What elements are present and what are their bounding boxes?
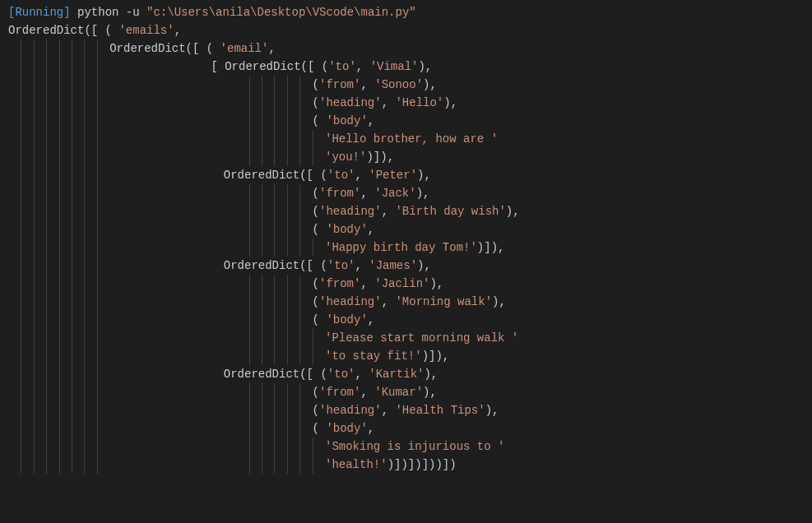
text-segment: ), (418, 60, 432, 73)
line-content: ( 'body', (8, 422, 374, 435)
terminal-line: ('heading', 'Hello'), (8, 94, 804, 112)
text-segment: 'body' (326, 223, 367, 236)
text-segment: ), (424, 368, 438, 381)
line-content: 'to stay fit!')]), (8, 349, 449, 363)
line-content: ( 'body', (8, 223, 374, 236)
terminal-line: ('heading', 'Health Tips'), (8, 401, 804, 419)
text-segment: 'to' (328, 60, 356, 73)
text-segment: , (382, 205, 396, 218)
text-segment: 'you!' (325, 150, 366, 164)
text-segment: OrderedDict([ ( (224, 169, 327, 182)
line-content: ('from', 'Jaclin'), (8, 277, 443, 290)
text-segment: )]), (422, 349, 450, 363)
text-segment: ( (313, 313, 327, 326)
text-segment: 'to' (327, 259, 355, 272)
line-content: ('from', 'Kumar'), (8, 386, 437, 399)
text-segment: [ OrderedDict([ ( (211, 60, 328, 73)
text-segment: ), (423, 386, 437, 399)
line-content: [Running] python -u "c:\Users\anila\Desk… (8, 6, 416, 19)
text-segment: ( (313, 277, 319, 290)
text-segment: ( (313, 78, 319, 91)
text-segment: 'from' (319, 277, 360, 290)
text-segment: , (382, 295, 396, 308)
text-segment (140, 6, 146, 19)
text-segment: ( (313, 205, 319, 218)
text-segment: 'from' (319, 187, 360, 200)
text-segment: [Running] (8, 6, 71, 19)
text-segment: ), (443, 96, 457, 109)
text-segment: 'Kumar' (374, 386, 423, 399)
text-segment: , (368, 223, 374, 236)
text-segment: ( (313, 223, 327, 236)
terminal-line: ('from', 'Kumar'), (8, 383, 804, 401)
text-segment (71, 6, 77, 19)
terminal-line: ('from', 'Sonoo'), (8, 76, 804, 94)
terminal-line: ('from', 'Jack'), (8, 184, 804, 202)
text-segment: , (268, 42, 275, 55)
terminal-output[interactable]: [Running] python -u "c:\Users\anila\Desk… (0, 0, 812, 477)
text-segment: ( (313, 386, 319, 399)
line-content: ('heading', 'Hello'), (8, 96, 457, 109)
text-segment: OrderedDict([ ( (224, 259, 327, 272)
text-segment: , (382, 96, 396, 109)
text-segment: 'heading' (319, 404, 382, 417)
text-segment: , (174, 24, 181, 37)
terminal-line: [ OrderedDict([ ('to', 'Vimal'), (8, 58, 804, 76)
text-segment: ), (506, 205, 520, 218)
text-segment: 'Please start morning walk ' (325, 331, 518, 345)
text-segment: 'body' (326, 114, 367, 127)
text-segment: )]), (366, 150, 394, 164)
line-content: OrderedDict([ ('to', 'Peter'), (8, 169, 431, 182)
line-content: ('heading', 'Health Tips'), (8, 404, 499, 417)
text-segment: , (360, 78, 374, 91)
text-segment: , (356, 60, 370, 73)
text-segment: 'Health Tips' (395, 404, 485, 417)
line-content: [ OrderedDict([ ('to', 'Vimal'), (8, 60, 432, 73)
terminal-line: ( 'body', (8, 311, 804, 329)
text-segment: ( (313, 114, 327, 127)
text-segment: 'from' (319, 78, 360, 91)
text-segment: 'to' (327, 169, 355, 182)
text-segment: 'heading' (319, 205, 382, 218)
text-segment: OrderedDict([ ( (224, 368, 327, 381)
text-segment: 'Morning walk' (395, 295, 492, 308)
terminal-line: ( 'body', (8, 220, 804, 238)
text-segment: 'Hello' (395, 96, 443, 109)
text-segment: 'emails' (118, 24, 174, 37)
terminal-line: ( 'body', (8, 419, 804, 437)
text-segment: 'to' (327, 368, 355, 381)
text-segment: 'to stay fit!' (325, 349, 422, 363)
text-segment: OrderedDict([ ( (109, 42, 220, 55)
text-segment: , (382, 404, 396, 417)
text-segment: ( (313, 187, 319, 200)
line-content: OrderedDict([ ( 'email', (8, 42, 276, 55)
text-segment: ), (485, 404, 499, 417)
terminal-line: 'to stay fit!')]), (8, 347, 804, 365)
text-segment: 'body' (326, 422, 367, 435)
line-content: 'Happy birth day Tom!')]), (8, 241, 504, 254)
terminal-line: 'Happy birth day Tom!')]), (8, 238, 804, 257)
text-segment: , (360, 187, 374, 200)
text-segment: )]), (477, 241, 505, 254)
text-segment: , (368, 313, 374, 326)
line-content: 'you!')]), (8, 150, 394, 164)
text-segment: ), (423, 78, 437, 91)
line-content: 'Smoking is injurious to ' (8, 440, 504, 453)
line-content: ( 'body', (8, 114, 374, 127)
text-segment: 'Happy birth day Tom!' (325, 241, 477, 254)
terminal-line: 'you!')]), (8, 148, 804, 166)
line-content: OrderedDict([ ('to', 'James'), (8, 259, 431, 272)
terminal-line: ( 'body', (8, 112, 804, 130)
text-segment: ), (417, 259, 431, 272)
terminal-line: 'Please start morning walk ' (8, 329, 804, 347)
text-segment: , (368, 422, 374, 435)
text-segment: )])])]))]) (387, 458, 457, 471)
terminal-line: OrderedDict([ ( 'email', (8, 39, 804, 58)
text-segment: ( (313, 422, 327, 435)
terminal-line: 'health!')])])]))]) (8, 456, 804, 474)
text-segment: 'Kartik' (369, 368, 424, 381)
terminal-line: OrderedDict([ ( 'emails', (8, 21, 804, 39)
text-segment: 'Sonoo' (374, 78, 423, 91)
text-segment: ), (416, 187, 430, 200)
terminal-line: ('heading', 'Birth day wish'), (8, 202, 804, 220)
